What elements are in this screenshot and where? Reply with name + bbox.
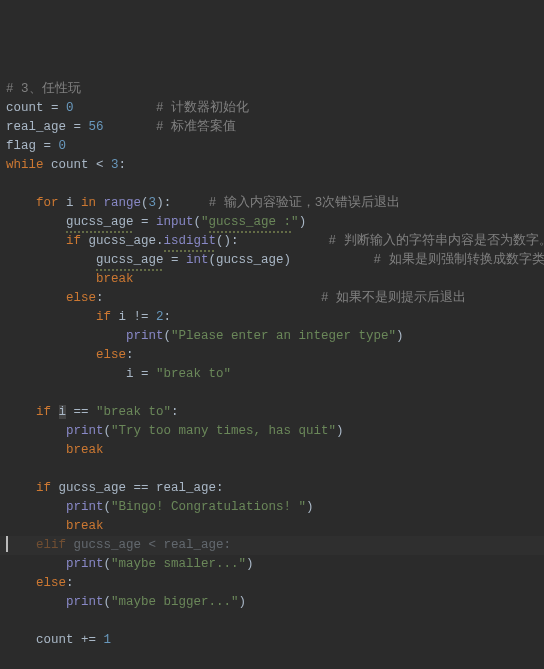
code-token: print [126, 329, 164, 343]
code-line[interactable]: count += 1 [6, 631, 538, 650]
code-line[interactable]: break [6, 441, 538, 460]
code-token: ) [299, 215, 307, 229]
code-token: "break to" [96, 405, 171, 419]
code-token: ) [239, 595, 247, 609]
code-line[interactable] [6, 175, 538, 194]
code-line[interactable] [6, 460, 538, 479]
code-token: 3 [111, 158, 119, 172]
code-token: gucss_age == real_age: [51, 481, 224, 495]
code-token: i = [126, 367, 156, 381]
code-token: = [66, 120, 89, 134]
code-token: ( [104, 557, 112, 571]
code-token: : [164, 310, 172, 324]
code-token: (): [216, 234, 329, 248]
code-token: if [96, 310, 111, 324]
code-token: real_age [6, 120, 66, 134]
code-token: = [44, 101, 67, 115]
code-token: int [186, 253, 209, 267]
code-token: print [66, 500, 104, 514]
code-token: " [291, 215, 299, 229]
code-token: < [96, 158, 111, 172]
code-token: ) [396, 329, 404, 343]
code-line[interactable]: break [6, 270, 538, 289]
code-token: ( [104, 500, 112, 514]
code-token: 0 [59, 139, 67, 153]
code-token: 56 [89, 120, 104, 134]
code-token: input [156, 215, 194, 229]
code-token: break [96, 272, 134, 286]
code-line[interactable]: else: # 如果不是则提示后退出 [6, 289, 538, 308]
code-token: " [201, 215, 209, 229]
code-line[interactable]: print("maybe smaller...") [6, 555, 538, 574]
code-token [51, 405, 59, 419]
code-token: "maybe bigger..." [111, 595, 239, 609]
code-token: flag [6, 139, 36, 153]
code-token: 2 [156, 310, 164, 324]
code-token: ) [246, 557, 254, 571]
code-token: = [36, 139, 59, 153]
code-token: while [6, 158, 44, 172]
code-token: ( [194, 215, 202, 229]
code-token: for [36, 196, 59, 210]
code-token: i != [111, 310, 156, 324]
code-line[interactable]: print("Please enter an integer type") [6, 327, 538, 346]
code-line[interactable]: count = 0 # 计数器初始化 [6, 99, 538, 118]
code-line[interactable] [6, 650, 538, 669]
code-line[interactable]: while count < 3: [6, 156, 538, 175]
code-token: gucss_age : [209, 213, 292, 232]
code-line[interactable] [6, 384, 538, 403]
code-line[interactable]: else: [6, 346, 538, 365]
code-line[interactable] [6, 612, 538, 631]
code-token: : [96, 291, 321, 305]
code-line[interactable]: gucss_age = int(gucss_age) # 如果是则强制转换成数字… [6, 251, 538, 270]
code-line[interactable]: real_age = 56 # 标准答案值 [6, 118, 538, 137]
code-token: ) [336, 424, 344, 438]
code-token: (gucss_age) [209, 253, 374, 267]
code-line[interactable]: elif gucss_age < real_age: [6, 536, 538, 555]
code-token: # 3、任性玩 [6, 82, 81, 96]
code-token: gucss_age. [81, 234, 164, 248]
code-token: else [36, 576, 66, 590]
caret [6, 536, 8, 552]
code-token: count += [36, 633, 104, 647]
code-token: ) [306, 500, 314, 514]
code-token: elif [36, 538, 66, 552]
code-line[interactable]: flag = 0 [6, 137, 538, 156]
code-token: if [36, 481, 51, 495]
code-token: gucss_age < real_age: [66, 538, 231, 552]
code-token: if [36, 405, 51, 419]
code-token: == [66, 405, 96, 419]
code-token: gucss_age [66, 213, 134, 232]
code-line[interactable]: else: [6, 574, 538, 593]
code-token: # 如果不是则提示后退出 [321, 291, 466, 305]
code-token: count [6, 101, 44, 115]
code-token: # 计数器初始化 [156, 101, 249, 115]
code-token: break [66, 443, 104, 457]
code-line[interactable]: if i != 2: [6, 308, 538, 327]
code-token: "break to" [156, 367, 231, 381]
code-line[interactable]: if gucss_age == real_age: [6, 479, 538, 498]
code-token: ( [104, 595, 112, 609]
code-line[interactable]: if i == "break to": [6, 403, 538, 422]
code-token: print [66, 557, 104, 571]
code-token: in [81, 196, 96, 210]
code-token [96, 196, 104, 210]
code-token: = [134, 215, 157, 229]
code-token: count [44, 158, 97, 172]
code-token: 0 [66, 101, 74, 115]
code-line[interactable]: i = "break to" [6, 365, 538, 384]
code-line[interactable]: for i in range(3): # 输入内容验证，3次错误后退出 [6, 194, 538, 213]
code-token: else [66, 291, 96, 305]
code-token: print [66, 595, 104, 609]
code-line[interactable]: if gucss_age.isdigit(): # 判断输入的字符串内容是否为数… [6, 232, 538, 251]
code-line[interactable]: print("maybe bigger...") [6, 593, 538, 612]
code-line[interactable]: break [6, 517, 538, 536]
code-line[interactable]: print("Try too many times, has quit") [6, 422, 538, 441]
code-token: # 输入内容验证，3次错误后退出 [209, 196, 401, 210]
code-editor[interactable]: # 3、任性玩count = 0 # 计数器初始化real_age = 56 #… [0, 0, 544, 669]
code-line[interactable]: # 3、任性玩 [6, 80, 538, 99]
code-token: # 如果是则强制转换成数字类型 [374, 253, 544, 267]
code-token: "Try too many times, has quit" [111, 424, 336, 438]
code-line[interactable]: print("Bingo! Congratulations! ") [6, 498, 538, 517]
code-line[interactable]: gucss_age = input("gucss_age :") [6, 213, 538, 232]
